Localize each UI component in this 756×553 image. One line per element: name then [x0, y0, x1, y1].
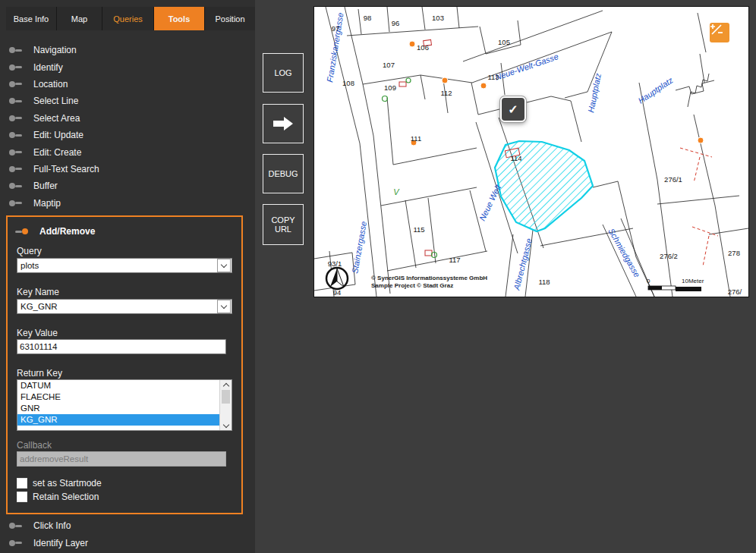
parcel-label: 278 — [728, 249, 740, 257]
scale-bar: 0 10Meter — [647, 278, 704, 291]
sidebar-item-select-area[interactable]: Select Area — [9, 110, 99, 127]
tool-list-top: Navigation Identify Location Select Line… — [9, 42, 99, 212]
tool-label: Select Line — [33, 96, 78, 106]
arrow-right-icon — [272, 116, 294, 131]
map-viewport[interactable]: Franziskanergasse Neue-Welt-Gasse Hauptp… — [313, 6, 749, 297]
retain-checkbox[interactable] — [17, 492, 27, 502]
toggle-off-icon — [9, 64, 24, 71]
parcel-label: 93/1 — [328, 259, 342, 268]
parcel-label: 98 — [364, 14, 372, 22]
sidebar-item-navigation[interactable]: Navigation — [9, 42, 99, 58]
toggle-off-icon — [9, 540, 24, 546]
parcel-label: 106 — [417, 43, 429, 52]
listbox-scrollbar[interactable] — [219, 380, 232, 430]
query-select[interactable]: plots — [17, 258, 232, 273]
parcel-label: 113 — [487, 73, 499, 81]
sidebar-item-edit-update[interactable]: Edit: Update — [9, 127, 99, 143]
green-circle-markers — [383, 78, 437, 258]
parcel-label: 114 — [510, 154, 521, 162]
parcel-label: 111 — [411, 134, 421, 143]
parcel-label: 117 — [449, 256, 460, 264]
sidebar-item-identify[interactable]: Identify — [9, 58, 99, 75]
parcel-label: 96 — [392, 19, 400, 27]
copyright-line1: © SynerGIS Informationssysteme GmbH — [371, 275, 487, 281]
sidebar-item-location[interactable]: Location — [9, 76, 99, 93]
parcel-label: 118 — [538, 278, 550, 286]
toggle-off-icon — [9, 81, 24, 87]
tab-map[interactable]: Map — [57, 7, 102, 30]
tool-label: Identify Layer — [33, 538, 88, 548]
startmode-checkbox[interactable] — [17, 478, 27, 489]
street-label: Stainzergasse — [350, 221, 368, 275]
retain-label: Retain Selection — [33, 492, 99, 502]
parcel-label: 276/1 — [664, 175, 682, 184]
callback-label: Callback — [17, 440, 52, 451]
sidebar-item-click-info[interactable]: Click Info — [9, 517, 88, 534]
tool-list-bottom: Click Info Identify Layer — [9, 517, 88, 551]
red-dashed-lines — [680, 148, 718, 266]
sidebar-item-select-line[interactable]: Select Line — [9, 93, 99, 109]
toggle-off-icon — [9, 166, 24, 172]
startmode-label: set as Startmode — [33, 478, 102, 489]
tool-label: Full-Text Search — [33, 164, 99, 174]
list-option-gnr[interactable]: GNR — [17, 403, 219, 414]
street-label: Neue Welt — [477, 183, 503, 222]
debug-button[interactable]: DEBUG — [263, 154, 304, 193]
tool-label: Edit: Update — [33, 130, 83, 140]
scroll-up-icon[interactable] — [220, 380, 232, 390]
retain-checkbox-row[interactable]: Retain Selection — [17, 492, 99, 502]
zone-label: V — [393, 187, 400, 196]
toggle-off-icon — [9, 115, 24, 121]
callback-input — [17, 451, 226, 467]
toggle-off-icon — [9, 98, 24, 104]
check-icon: ✓ — [508, 102, 518, 117]
startmode-checkbox-row[interactable]: set as Startmode — [17, 478, 102, 489]
log-button[interactable]: LOG — [263, 53, 304, 93]
parcel-label: 105 — [498, 38, 510, 46]
parcel-label: 115 — [413, 225, 424, 234]
list-option-flaeche[interactable]: FLAECHE — [17, 391, 219, 403]
sidebar-item-addremove[interactable]: Add/Remove — [15, 226, 95, 237]
left-panel: Base Info Map Queries Tools Position Nav… — [0, 0, 255, 553]
sidebar-item-full-text-search[interactable]: Full-Text Search — [9, 161, 99, 178]
returnkey-label: Return Key — [17, 368, 62, 379]
sidebar-item-edit-create[interactable]: Edit: Create — [9, 143, 99, 160]
parcel-label: 109 — [384, 83, 396, 92]
query-label: Query — [17, 246, 42, 256]
chevron-down-icon[interactable] — [217, 300, 231, 313]
scrollbar-thumb[interactable] — [222, 390, 230, 404]
listbox-options: DATUM FLAECHE GNR KG_GNR — [17, 380, 219, 430]
tab-position[interactable]: Position — [205, 7, 255, 30]
parcel-label: 103 — [432, 14, 444, 22]
sidebar-item-buffer[interactable]: Buffer — [9, 178, 99, 194]
parcel-label: 108 — [342, 79, 354, 87]
copy-url-button[interactable]: COPY URL — [263, 204, 304, 245]
keyvalue-input[interactable] — [17, 339, 226, 354]
street-label: Hauptplatz — [586, 72, 603, 113]
sidebar-item-identify-layer[interactable]: Identify Layer — [9, 534, 88, 551]
toggle-layers-button[interactable] — [710, 23, 729, 42]
map-svg: Franziskanergasse Neue-Welt-Gasse Hauptp… — [314, 7, 748, 297]
list-option-datum[interactable]: DATUM — [17, 380, 219, 391]
toggle-on-icon — [15, 228, 30, 234]
chevron-down-icon[interactable] — [217, 259, 231, 272]
tool-label: Maptip — [33, 198, 61, 209]
next-button[interactable] — [263, 104, 304, 143]
sidebar-item-maptip[interactable]: Maptip — [9, 195, 99, 212]
tab-tools[interactable]: Tools — [154, 7, 204, 30]
tool-label: Buffer — [33, 181, 58, 191]
addremove-panel: Add/Remove Query plots Key Name KG_GNR K… — [6, 215, 243, 514]
keyname-label: Key Name — [17, 287, 59, 297]
keyname-select[interactable]: KG_GNR — [17, 299, 232, 314]
selection-polygon — [495, 141, 593, 231]
list-option-kg-gnr[interactable]: KG_GNR — [17, 414, 219, 426]
scroll-down-icon[interactable] — [220, 420, 232, 430]
tab-base-info[interactable]: Base Info — [6, 7, 56, 30]
confirm-selection-button[interactable]: ✓ — [500, 96, 526, 122]
returnkey-listbox[interactable]: DATUM FLAECHE GNR KG_GNR — [17, 379, 232, 431]
street-labels: Franziskanergasse Neue-Welt-Gasse Hauptp… — [325, 12, 675, 292]
north-arrow-icon — [326, 268, 348, 289]
tab-queries[interactable]: Queries — [102, 7, 153, 30]
parcel-label: 112 — [440, 89, 452, 97]
tool-label: Navigation — [33, 45, 77, 55]
